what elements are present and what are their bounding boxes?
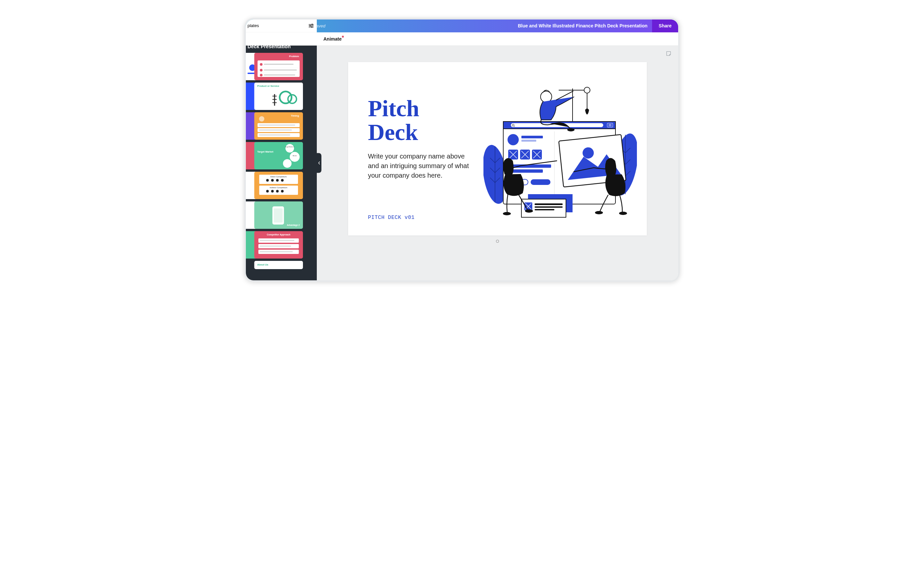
thumb-label2: Indirect Competitors bbox=[270, 186, 287, 188]
thumb-label: Timing bbox=[291, 114, 299, 117]
svg-point-51 bbox=[266, 179, 269, 182]
note-icon bbox=[666, 51, 672, 56]
svg-point-92 bbox=[584, 87, 590, 93]
svg-rect-88 bbox=[531, 179, 550, 185]
svg-point-96 bbox=[567, 128, 574, 131]
svg-rect-42 bbox=[259, 129, 292, 131]
search-row bbox=[246, 20, 317, 32]
slide-illustration[interactable] bbox=[483, 75, 637, 224]
svg-point-56 bbox=[266, 190, 269, 193]
close-panel-button[interactable] bbox=[309, 37, 314, 42]
slide-version-label[interactable]: PITCH DECK v01 bbox=[368, 215, 414, 221]
svg-point-59 bbox=[281, 190, 284, 193]
svg-point-111 bbox=[619, 212, 627, 215]
slide-title[interactable]: Pitch Deck bbox=[368, 97, 419, 144]
svg-text:Market: Market bbox=[293, 155, 297, 156]
main-area: te Illustrated Deck Presentation topia 2… bbox=[246, 45, 678, 280]
svg-point-47 bbox=[283, 159, 292, 168]
template-thumb[interactable]: Product or Service bbox=[254, 83, 303, 110]
template-thumb[interactable]: About Us bbox=[254, 261, 303, 269]
svg-rect-37 bbox=[273, 102, 277, 103]
template-thumb[interactable]: Advantage 2 bbox=[254, 202, 303, 229]
template-thumb[interactable]: Target MarketTarget Market 1Market bbox=[254, 142, 303, 169]
svg-point-53 bbox=[276, 179, 279, 182]
thumb-label: Problem bbox=[289, 55, 299, 58]
svg-rect-61 bbox=[274, 208, 283, 223]
svg-rect-44 bbox=[259, 134, 290, 136]
thumb-label: Competitor Approach bbox=[267, 233, 290, 236]
svg-rect-35 bbox=[273, 96, 277, 96]
document-title[interactable]: Blue and White Illustrated Finance Pitch… bbox=[518, 23, 648, 29]
svg-point-52 bbox=[271, 179, 274, 182]
notes-button[interactable] bbox=[666, 51, 672, 56]
close-icon bbox=[309, 37, 314, 42]
slide-title-line1: Pitch bbox=[368, 97, 419, 120]
page-indicator[interactable] bbox=[496, 240, 499, 243]
svg-rect-103 bbox=[535, 203, 562, 205]
template-set-title: te Illustrated Deck Presentation bbox=[248, 37, 309, 50]
svg-point-110 bbox=[595, 211, 603, 214]
slide-canvas[interactable]: Pitch Deck Write your company name above… bbox=[348, 62, 647, 235]
svg-point-107 bbox=[503, 212, 511, 215]
svg-rect-81 bbox=[521, 140, 536, 142]
svg-rect-80 bbox=[521, 136, 543, 138]
share-button[interactable]: Share bbox=[652, 20, 678, 32]
animate-button[interactable]: Animate bbox=[323, 36, 342, 42]
svg-point-32 bbox=[280, 92, 292, 103]
svg-point-58 bbox=[276, 190, 279, 193]
thumb-label: Direct Competitors bbox=[270, 176, 287, 177]
svg-point-79 bbox=[507, 134, 519, 145]
thumb-label: Advantage 2 bbox=[287, 224, 300, 227]
thumb-label: Product or Service bbox=[257, 84, 279, 87]
thumb-label: About Us bbox=[257, 263, 268, 266]
svg-point-108 bbox=[525, 209, 533, 213]
slide-subtitle[interactable]: Write your company name above and an int… bbox=[368, 151, 474, 180]
svg-rect-28 bbox=[264, 70, 297, 71]
svg-point-5 bbox=[312, 26, 312, 27]
svg-rect-40 bbox=[259, 125, 296, 126]
svg-point-3 bbox=[312, 24, 313, 25]
chevron-left-icon bbox=[318, 161, 320, 165]
panel-collapse-handle[interactable] bbox=[317, 153, 321, 173]
svg-point-38 bbox=[259, 116, 264, 122]
svg-rect-104 bbox=[535, 206, 562, 208]
svg-point-27 bbox=[260, 69, 262, 72]
device-frame: Resize All changes saved Blue and White … bbox=[244, 18, 680, 282]
svg-rect-67 bbox=[260, 251, 293, 253]
template-thumb[interactable]: Direct CompetitorsIndirect Competitors bbox=[254, 172, 303, 199]
svg-rect-31 bbox=[264, 75, 296, 76]
svg-text:Target Market 1: Target Market 1 bbox=[285, 146, 295, 147]
svg-rect-36 bbox=[273, 99, 277, 100]
template-search-input[interactable] bbox=[246, 21, 308, 30]
svg-rect-65 bbox=[260, 246, 291, 247]
svg-point-46 bbox=[290, 152, 300, 162]
svg-rect-63 bbox=[260, 240, 294, 241]
filter-icon[interactable] bbox=[308, 23, 314, 29]
svg-point-45 bbox=[285, 144, 294, 153]
template-thumb[interactable]: Timing bbox=[254, 112, 303, 140]
svg-point-24 bbox=[260, 63, 262, 66]
svg-rect-105 bbox=[535, 209, 554, 211]
template-thumbnails: topia 2018 tion 53 81 vantage 1 Problem … bbox=[246, 53, 317, 280]
panel-header: te Illustrated Deck Presentation bbox=[246, 32, 317, 53]
svg-point-30 bbox=[260, 74, 262, 77]
svg-rect-25 bbox=[264, 64, 294, 65]
svg-point-57 bbox=[271, 190, 274, 193]
template-thumb[interactable]: Problem bbox=[254, 53, 303, 80]
thumb-label: Target Market bbox=[257, 150, 274, 153]
svg-point-54 bbox=[281, 179, 284, 182]
template-title-line2: Deck Presentation bbox=[248, 43, 309, 50]
template-thumb[interactable]: Competitor Approach bbox=[254, 231, 303, 259]
svg-point-4 bbox=[310, 25, 311, 26]
app-window: Resize All changes saved Blue and White … bbox=[246, 20, 678, 280]
slide-title-line2: Deck bbox=[368, 120, 419, 144]
templates-panel: te Illustrated Deck Presentation topia 2… bbox=[246, 45, 317, 280]
template-title-line1: te Illustrated bbox=[248, 37, 309, 43]
